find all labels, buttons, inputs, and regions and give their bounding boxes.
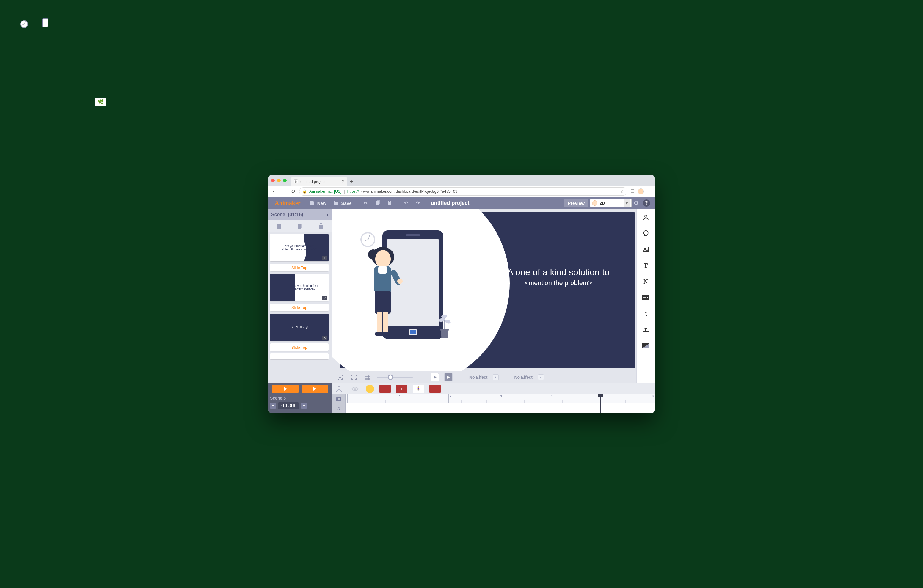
- reload-button[interactable]: ⟳: [290, 187, 297, 195]
- timeline-time: 00:06: [278, 402, 299, 409]
- transition-3[interactable]: Slide Top: [270, 343, 328, 351]
- numbers-tab[interactable]: N: [642, 278, 650, 286]
- preview-button[interactable]: Preview: [564, 199, 588, 207]
- grid-button[interactable]: [363, 373, 372, 381]
- browser-tabstrip: ◎ untitled project × +: [268, 175, 655, 186]
- save-button[interactable]: Save: [331, 199, 354, 207]
- save-icon: [333, 200, 340, 206]
- svg-rect-3: [389, 200, 391, 202]
- fit-to-screen-button[interactable]: [336, 373, 344, 381]
- timeline-ruler[interactable]: 0123456: [345, 394, 655, 413]
- cut-button[interactable]: ✂: [361, 199, 371, 207]
- new-tab-button[interactable]: +: [347, 177, 356, 186]
- close-tab-icon[interactable]: ×: [342, 179, 344, 184]
- scene-number: 2: [322, 296, 327, 300]
- play-scene-button[interactable]: [272, 385, 299, 393]
- stage-viewport[interactable]: A one of a kind solution to <mention the…: [332, 209, 636, 371]
- transition-1[interactable]: Slide Top: [270, 264, 328, 271]
- profile-avatar[interactable]: [637, 188, 644, 195]
- timeline-scene-label: Scene 5: [268, 394, 332, 402]
- character-woman[interactable]: [366, 250, 399, 339]
- clip-background[interactable]: [366, 385, 374, 393]
- fullscreen-button[interactable]: [350, 373, 358, 381]
- play-all-button[interactable]: [302, 385, 328, 393]
- new-button[interactable]: New: [307, 199, 329, 207]
- play-button[interactable]: [444, 373, 453, 381]
- browser-toolbar: ← → ⟳ 🔒 Animaker Inc. [US] | https://www…: [268, 186, 655, 197]
- mode-dropdown[interactable]: 2D ▾: [590, 199, 632, 207]
- character-track-icon[interactable]: [333, 384, 344, 393]
- props-tab[interactable]: [642, 229, 650, 238]
- redo-button[interactable]: ↷: [413, 199, 423, 207]
- close-window-icon[interactable]: [271, 179, 275, 182]
- url-protocol: https://: [347, 189, 359, 194]
- lock-icon: 🔒: [302, 189, 307, 194]
- clip-text-2[interactable]: T: [429, 385, 441, 393]
- chrome-menu-icon[interactable]: ⋮: [646, 188, 652, 195]
- scene-panel-header: Scene (01:16) ‹: [268, 209, 332, 220]
- svg-point-15: [338, 387, 340, 389]
- audio-track-button[interactable]: ♫: [332, 404, 345, 413]
- minimize-window-icon[interactable]: [277, 179, 281, 182]
- zoom-slider[interactable]: [377, 377, 413, 378]
- music-tab[interactable]: ♫: [642, 309, 650, 318]
- time-decrease-button[interactable]: +: [270, 403, 276, 409]
- svg-rect-8: [643, 247, 649, 252]
- extensions-icon[interactable]: ☰: [629, 188, 636, 195]
- maximize-window-icon[interactable]: [283, 179, 287, 182]
- back-button[interactable]: ←: [271, 187, 278, 195]
- undo-button[interactable]: ↶: [401, 199, 411, 207]
- scene-thumb-2[interactable]: Are you hoping for abetter solution? 2: [270, 274, 328, 301]
- collapse-panel-icon[interactable]: ‹: [327, 212, 328, 218]
- play-from-start-button[interactable]: [430, 373, 439, 381]
- tab-title: untitled project: [301, 179, 325, 184]
- delete-scene-button[interactable]: [317, 222, 325, 230]
- address-bar[interactable]: 🔒 Animaker Inc. [US] | https://www.anima…: [299, 187, 627, 195]
- stage[interactable]: A one of a kind solution to <mention the…: [340, 212, 635, 368]
- characters-tab[interactable]: [642, 213, 650, 222]
- upload-tab[interactable]: [642, 325, 650, 334]
- visibility-track-icon[interactable]: [350, 384, 360, 393]
- scene-thumb-3[interactable]: Don't Worry! 3: [270, 314, 328, 341]
- duplicate-scene-button[interactable]: [296, 222, 304, 230]
- cert-org: Animaker Inc. [US]: [309, 189, 342, 194]
- slide-text[interactable]: A one of a kind solution to <mention the…: [499, 267, 618, 287]
- clip-shape[interactable]: [379, 385, 391, 393]
- images-tab[interactable]: [642, 245, 650, 254]
- paste-button[interactable]: [384, 199, 394, 207]
- svg-point-12: [645, 297, 647, 298]
- clock-prop[interactable]: [360, 232, 375, 247]
- exit-effect-button[interactable]: ▴: [538, 374, 544, 380]
- transition-2[interactable]: Slide Top: [270, 304, 328, 311]
- browser-tab[interactable]: ◎ untitled project ×: [291, 177, 347, 186]
- scene-thumb-1[interactable]: Are you frustrated with<State the user p…: [270, 234, 328, 261]
- url-path: /dashboard/editProject/g6IYa4vST03I: [394, 189, 458, 194]
- svg-point-16: [354, 388, 356, 390]
- time-increase-button[interactable]: −: [301, 403, 307, 409]
- forward-button[interactable]: →: [280, 187, 288, 195]
- exit-effect-label: No Effect: [514, 375, 532, 379]
- gear-icon[interactable]: ⚙: [633, 199, 639, 207]
- background-tab[interactable]: [642, 342, 650, 350]
- timeline-objects: T 🧍‍♀️ 🌿 T: [332, 383, 655, 394]
- slide-text-line2: <mention the problem>: [499, 279, 618, 287]
- logo[interactable]: Animaker: [271, 200, 305, 207]
- copy-button[interactable]: [373, 199, 383, 207]
- project-title[interactable]: untitled project: [431, 200, 470, 206]
- chevron-down-icon: ▾: [624, 199, 629, 207]
- add-scene-button[interactable]: [275, 222, 283, 230]
- enter-effect-label: No Effect: [469, 375, 487, 379]
- bookmark-icon[interactable]: ☆: [620, 189, 624, 194]
- app-root: Animaker New Save ✂ ↶ ↷ untitled project…: [268, 197, 655, 413]
- help-icon[interactable]: ?: [643, 199, 650, 207]
- text-tab[interactable]: T: [642, 261, 650, 269]
- svg-rect-5: [299, 223, 302, 228]
- clip-character[interactable]: 🧍‍♀️: [413, 385, 424, 393]
- enter-effect-button[interactable]: ▴: [493, 374, 499, 380]
- scene-list[interactable]: Are you frustrated with<State the user p…: [268, 232, 332, 383]
- camera-track-button[interactable]: [332, 394, 345, 404]
- scene-thumb-4[interactable]: [270, 353, 328, 360]
- effects-tab[interactable]: [642, 293, 650, 302]
- plant-prop[interactable]: [435, 309, 453, 338]
- clip-text-1[interactable]: T: [396, 385, 407, 393]
